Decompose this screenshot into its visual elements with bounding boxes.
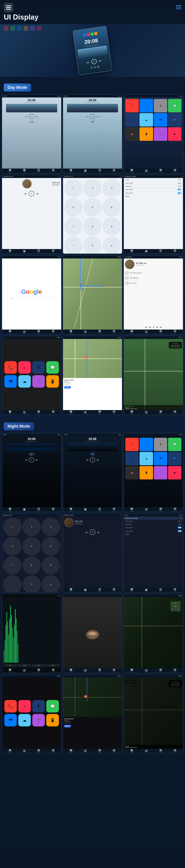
music-app-icon[interactable]: ♪ xyxy=(139,99,153,112)
night-mode-label: Night Mode xyxy=(4,422,34,430)
night-status-bar-12: 08:51 xyxy=(124,675,183,678)
svg-rect-3 xyxy=(176,5,181,6)
youtube-icon[interactable]: ▶ xyxy=(168,127,181,141)
night-messages-icon[interactable]: 💬 xyxy=(168,438,181,451)
telegram-icon[interactable]: ✈ xyxy=(125,113,139,126)
music-cp-icon[interactable]: ♪ xyxy=(18,361,31,374)
night-auto-answer-row[interactable]: Auto answer xyxy=(124,526,183,529)
song-item-3[interactable]: 华乐_lt.mp3 xyxy=(125,281,182,286)
night-bt-header: Bluetooth_Settings✕ xyxy=(124,517,183,520)
social-icon[interactable]: 📱 xyxy=(139,127,153,141)
auto-answer-toggle[interactable] xyxy=(178,189,181,190)
album-art-day: ♪ xyxy=(125,259,134,269)
bottom-nav-12: ☎DIAL ♪ 🗺APTS ⚙BT xyxy=(124,410,183,414)
weather-icon[interactable]: ☁ xyxy=(139,113,153,126)
maps-icon[interactable]: 🗺 xyxy=(154,113,167,126)
status-bar-7: 1:06 xyxy=(2,255,61,258)
night-wave-screen: 1:54 xyxy=(2,594,61,673)
night-carplay-icon[interactable]: 🚗 xyxy=(125,466,139,479)
spotify-icon[interactable]: 🎵 xyxy=(154,127,167,141)
status-bar-1: 20:08●●● xyxy=(2,94,61,97)
bottom-nav-9: ☎DIAL ♪ 🗺APTS ⚙BT xyxy=(124,330,183,334)
google-search-bar[interactable]: 🔍 xyxy=(9,297,54,300)
night-bt-icon[interactable]: BT xyxy=(168,452,181,465)
night-bottom-nav-9: ☎DIAL ♪ 🗺APTS ⚙BT xyxy=(124,668,183,673)
settings-icon[interactable]: ⚙ xyxy=(154,99,167,112)
night-status-bar-11: 09:01 xyxy=(63,675,122,678)
night-auto-connect-toggle[interactable] xyxy=(178,530,181,532)
auto-answer-row[interactable]: Auto answer xyxy=(124,188,183,191)
night-status-bar-9: 08:51 xyxy=(124,594,183,597)
svg-rect-1 xyxy=(6,7,11,8)
night-status-bar-7: 1:54 xyxy=(2,594,61,597)
restaurant-name: Sunny Coffee xyxy=(64,379,121,381)
night-bottom-nav-1: ☎DIAL ☎ ♪APTS ⚙BT xyxy=(2,507,61,512)
svg-rect-0 xyxy=(6,5,11,6)
podcast-cp-icon[interactable]: 🎙 xyxy=(32,361,45,374)
night-maps-icon[interactable]: 🗺 xyxy=(154,452,167,465)
day-app-grid: ●●● 📞 ♪ ⚙ 💬 ✈ ☁ 🗺 BT 🚗 📱 🎵 ▶ xyxy=(124,94,183,173)
bt-icon[interactable]: BT xyxy=(168,113,181,126)
messages-cp-icon[interactable]: 💬 xyxy=(46,361,59,374)
night-bottom-nav-5: ☎DIAL ☎ ♪APTS ⚙BT xyxy=(63,588,122,592)
night-music-screen-1: 20:08●●● 20:08 A stunning display of mus… xyxy=(2,433,61,512)
bottom-nav-11: ☎DIAL ♪ 🗺APTS ⚙BT xyxy=(63,410,122,414)
night-social-icon[interactable]: 📱 xyxy=(139,466,153,479)
app-logo-icon xyxy=(4,3,13,12)
day-social-music: SocialMusic12:46 ♪ 华乐_控制_mp3 华乐_控制.mp3 xyxy=(124,255,183,334)
hero-device-mockup: 20:08 A stunning display of music ⏮ ⏸ ⏭ … xyxy=(73,26,112,75)
spotify-cp-icon[interactable]: 🎵 xyxy=(32,375,45,388)
messages-icon[interactable]: 💬 xyxy=(168,99,181,112)
maps-cp-icon[interactable]: 🗺 xyxy=(4,375,17,388)
day-music-screen-1: 20:08●●● 20:08 A stunning display of mus… xyxy=(2,94,61,173)
carplay-icon[interactable]: 🚗 xyxy=(125,127,139,141)
night-music-icon[interactable]: ♪ xyxy=(139,438,153,451)
day-mode-label: Day Mode xyxy=(4,84,31,91)
song-item-2[interactable]: 华乐_控制.mp3 xyxy=(125,276,182,281)
overcast-cp-icon[interactable]: ☁ xyxy=(18,375,31,388)
flower-row[interactable]: Flower › xyxy=(124,195,183,198)
app-header xyxy=(0,0,185,13)
day-google-screen: 1:06 Google 🔍 ☎DIAL ♪ 🗺APTS ⚙BT xyxy=(2,255,61,334)
night-youtube-icon[interactable]: ▶ xyxy=(168,466,181,479)
night-settings-icon[interactable]: ⚙ xyxy=(154,438,167,451)
night-phone-icon[interactable]: 📞 xyxy=(125,438,139,451)
night-carplay-screen: 18:55 📞 ♪ 🎙 💬 🗺 ☁ 🎵 📱 ☎DIAL ♪ 🗺APTS ⚙ xyxy=(2,674,61,753)
auto-connect-row[interactable]: Auto connect xyxy=(124,191,183,195)
track-artist: Music Artist xyxy=(52,185,60,186)
night-telegram-icon[interactable]: ✈ xyxy=(125,452,139,465)
day-music-screen-2: 20:08●●● 20:08 A stunning display of mus… xyxy=(63,94,122,173)
status-bar-5: Bluetooth_Call✕ xyxy=(63,175,122,178)
google-logo: Google xyxy=(21,288,42,295)
auto-connect-toggle[interactable] xyxy=(178,192,181,194)
svg-rect-5 xyxy=(176,8,181,9)
day-mode-grid: 20:08●●● 20:08 A stunning display of mus… xyxy=(0,94,185,417)
night-spotify-icon[interactable]: 🎵 xyxy=(154,466,167,479)
night-go-button[interactable]: GO xyxy=(64,725,71,727)
not-playing-panel: Not Playing ⏮ ⏸ ⏭ xyxy=(169,342,182,349)
night-bottom-nav-3: ☎DIAL ♪ 🗺APTS ⚙BT xyxy=(124,507,183,512)
night-status-bar-3: 17:08 xyxy=(124,433,183,436)
song-item-1[interactable]: 华乐_控制_mp3.mp3 xyxy=(125,271,182,276)
night-bottom-nav-6: ☎DIAL ☎ ♪APTS ⚙BT xyxy=(124,588,183,592)
waze-cp-icon[interactable]: 📱 xyxy=(46,375,59,388)
night-flower-row[interactable]: Flower › xyxy=(124,533,183,536)
night-bottom-nav-10: ☎DIAL ♪ 🗺APTS ⚙BT xyxy=(2,749,61,753)
night-auto-connect-row[interactable]: Auto connect xyxy=(124,529,183,533)
night-auto-answer-toggle[interactable] xyxy=(178,527,181,528)
night-mode-grid: 20:08●●● 20:08 A stunning display of mus… xyxy=(0,433,185,755)
menu-lines-icon[interactable] xyxy=(176,5,181,10)
night-restaurant-screen: 09:01 ☕ Sunny Coffee Modern Restaurant 1… xyxy=(63,674,122,753)
go-button[interactable]: GO xyxy=(64,386,71,389)
night-nav-not-playing: 08:51 Not Playing ⏮ ⏸ ⏭ xyxy=(124,674,183,753)
night-weather-icon[interactable]: ☁ xyxy=(139,452,153,465)
night-status-bar-6: 17:08●●● xyxy=(124,514,183,517)
status-bar-8: 09:23 xyxy=(63,255,122,258)
svg-rect-2 xyxy=(6,9,11,10)
phone-app-icon[interactable]: 📞 xyxy=(125,99,139,112)
phone-cp-icon[interactable]: 📞 xyxy=(4,361,17,374)
page-title: UI Display xyxy=(0,13,185,24)
day-bluetooth-music: Bluetooth_Music✕ Music Title Music Album… xyxy=(2,175,61,254)
track-album: Music Album xyxy=(52,183,60,185)
night-status-bar-4: Bluetooth_Call✕ xyxy=(2,514,61,517)
